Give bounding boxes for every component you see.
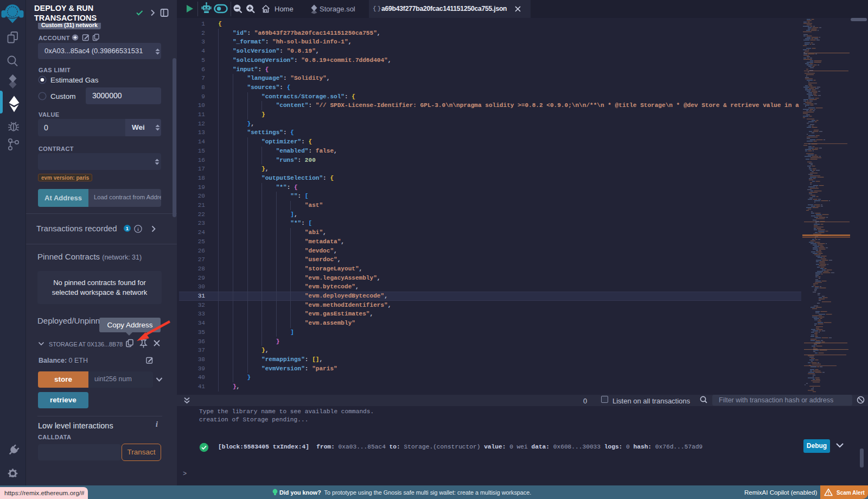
svg-text:i: i	[137, 226, 139, 232]
